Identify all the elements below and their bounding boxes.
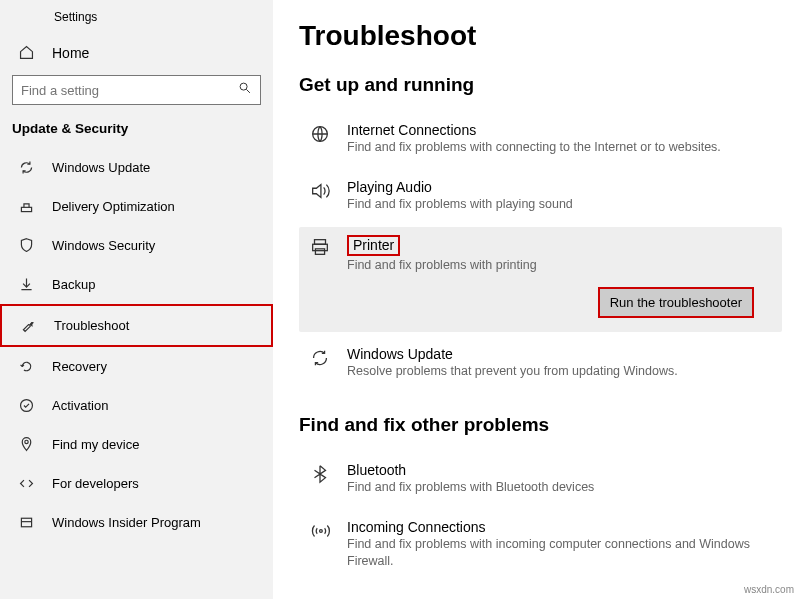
item-title: Incoming Connections xyxy=(347,519,772,535)
search-input[interactable] xyxy=(21,83,217,98)
backup-icon xyxy=(18,276,38,293)
sidebar-item-backup[interactable]: Backup xyxy=(0,265,273,304)
sidebar-item-delivery-optimization[interactable]: Delivery Optimization xyxy=(0,187,273,226)
item-desc: Resolve problems that prevent you from u… xyxy=(347,363,772,381)
item-desc: Find and fix problems with printing xyxy=(347,257,772,275)
svg-point-0 xyxy=(240,83,247,90)
printer-icon xyxy=(309,235,337,275)
item-title: Printer xyxy=(347,235,400,256)
item-title: Bluetooth xyxy=(347,462,772,478)
svg-point-9 xyxy=(320,529,323,532)
nav-label: Delivery Optimization xyxy=(52,199,175,214)
recovery-icon xyxy=(18,358,38,375)
run-troubleshooter-button[interactable]: Run the troubleshooter xyxy=(598,287,754,318)
svg-rect-1 xyxy=(21,207,31,211)
search-box[interactable] xyxy=(12,75,261,105)
home-icon xyxy=(18,44,38,61)
activation-icon xyxy=(18,397,38,414)
svg-point-3 xyxy=(25,440,28,443)
item-desc: Find and fix problems with Bluetooth dev… xyxy=(347,479,772,497)
item-title: Internet Connections xyxy=(347,122,772,138)
nav-label: Windows Update xyxy=(52,160,150,175)
signal-icon xyxy=(309,519,337,571)
home-link[interactable]: Home xyxy=(0,34,273,71)
nav-label: Windows Insider Program xyxy=(52,515,201,530)
developers-icon xyxy=(18,475,38,492)
watermark: wsxdn.com xyxy=(744,584,794,595)
nav-label: Find my device xyxy=(52,437,139,452)
window-title-text: Settings xyxy=(54,10,97,24)
sidebar-item-windows-security[interactable]: Windows Security xyxy=(0,226,273,265)
item-desc: Find and fix problems with playing sound xyxy=(347,196,772,214)
sidebar-item-find-my-device[interactable]: Find my device xyxy=(0,425,273,464)
section-title-2: Find and fix other problems xyxy=(299,414,782,436)
nav-label: Troubleshoot xyxy=(54,318,129,333)
delivery-icon xyxy=(18,198,38,215)
update-icon xyxy=(309,346,337,381)
item-title: Windows Update xyxy=(347,346,772,362)
troubleshoot-incoming-connections[interactable]: Incoming Connections Find and fix proble… xyxy=(299,511,782,579)
item-title: Playing Audio xyxy=(347,179,772,195)
nav-label: For developers xyxy=(52,476,139,491)
audio-icon xyxy=(309,179,337,214)
svg-point-2 xyxy=(21,400,33,412)
troubleshoot-playing-audio[interactable]: Playing Audio Find and fix problems with… xyxy=(299,171,782,222)
window-title: Settings xyxy=(0,6,273,34)
nav-label: Recovery xyxy=(52,359,107,374)
sidebar-item-windows-insider[interactable]: Windows Insider Program xyxy=(0,503,273,542)
item-desc: Find and fix problems with incoming comp… xyxy=(347,536,772,571)
sidebar-item-for-developers[interactable]: For developers xyxy=(0,464,273,503)
nav-list: Windows Update Delivery Optimization Win… xyxy=(0,148,273,542)
insider-icon xyxy=(18,514,38,531)
page-title: Troubleshoot xyxy=(299,20,782,52)
nav-label: Windows Security xyxy=(52,238,155,253)
svg-rect-8 xyxy=(315,249,324,255)
bluetooth-icon xyxy=(309,462,337,497)
wrench-icon xyxy=(20,317,40,334)
section-heading: Update & Security xyxy=(0,119,273,148)
troubleshoot-windows-update[interactable]: Windows Update Resolve problems that pre… xyxy=(299,338,782,389)
troubleshoot-printer[interactable]: Printer Find and fix problems with print… xyxy=(299,227,782,332)
home-label: Home xyxy=(52,45,89,61)
item-desc: Find and fix problems with connecting to… xyxy=(347,139,772,157)
sidebar-item-activation[interactable]: Activation xyxy=(0,386,273,425)
main-content: Troubleshoot Get up and running Internet… xyxy=(273,0,800,599)
search-icon xyxy=(238,81,252,99)
nav-label: Activation xyxy=(52,398,108,413)
location-icon xyxy=(18,436,38,453)
sync-icon xyxy=(18,159,38,176)
svg-rect-4 xyxy=(21,518,31,527)
troubleshoot-internet-connections[interactable]: Internet Connections Find and fix proble… xyxy=(299,114,782,165)
nav-label: Backup xyxy=(52,277,95,292)
shield-icon xyxy=(18,237,38,254)
sidebar-item-windows-update[interactable]: Windows Update xyxy=(0,148,273,187)
troubleshoot-bluetooth[interactable]: Bluetooth Find and fix problems with Blu… xyxy=(299,454,782,505)
svg-rect-6 xyxy=(315,240,326,245)
sidebar-item-troubleshoot[interactable]: Troubleshoot xyxy=(0,304,273,347)
globe-icon xyxy=(309,122,337,157)
sidebar-item-recovery[interactable]: Recovery xyxy=(0,347,273,386)
sidebar: Settings Home Update & Security Windows … xyxy=(0,0,273,599)
section-title-1: Get up and running xyxy=(299,74,782,96)
